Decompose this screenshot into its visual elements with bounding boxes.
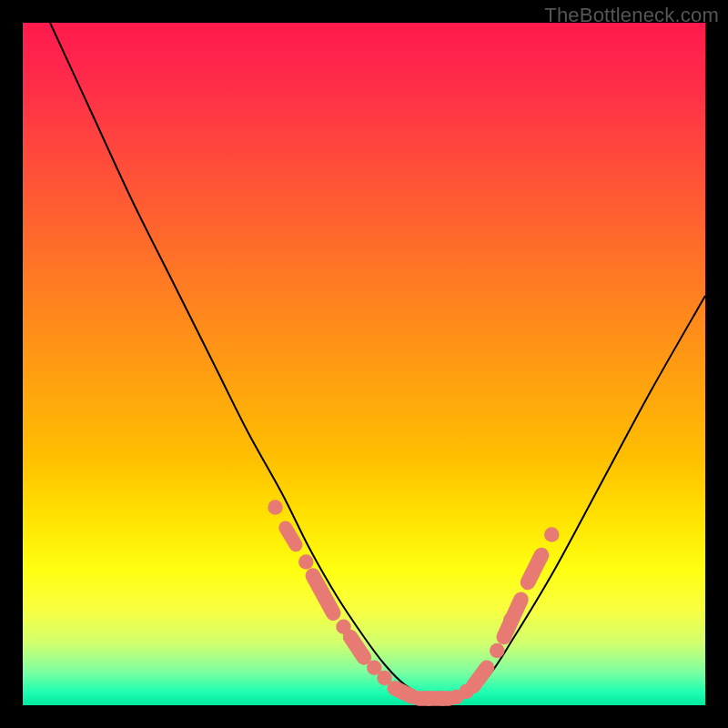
- curve-marker-pill: [313, 576, 334, 613]
- curve-marker-dot: [503, 612, 519, 628]
- curve-marker-dot: [490, 643, 505, 659]
- curve-marker-pill: [473, 668, 487, 686]
- chart-svg: [23, 23, 705, 705]
- curve-marker-dot: [544, 527, 560, 542]
- curve-markers: [268, 500, 559, 706]
- curve-marker-pill: [286, 528, 296, 545]
- curve-marker-dot: [394, 684, 410, 700]
- curve-marker-dot: [421, 691, 437, 706]
- curve-marker-dot: [435, 691, 450, 706]
- curve-marker-dot: [298, 554, 314, 570]
- curve-marker-dot: [268, 500, 283, 515]
- curve-marker-pill: [528, 555, 541, 582]
- bottleneck-curve: [50, 23, 705, 701]
- curve-marker-pill: [350, 637, 364, 658]
